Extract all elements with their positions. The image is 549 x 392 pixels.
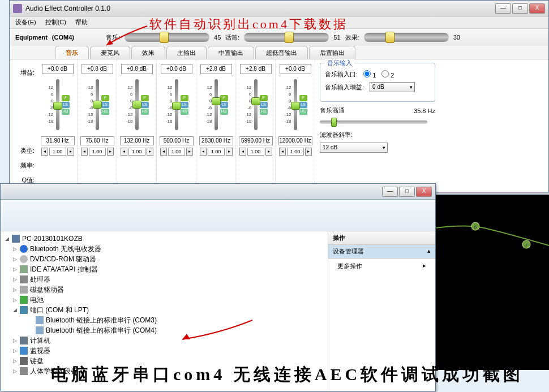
- input-port-radio-2[interactable]: 2: [381, 70, 394, 79]
- mic-level-slider[interactable]: [244, 33, 329, 42]
- actions-section[interactable]: 设备管理器▴: [328, 245, 435, 259]
- highpass-slider[interactable]: [320, 120, 427, 124]
- lowshelf-badge[interactable]: LS: [141, 102, 149, 108]
- menu-help[interactable]: 帮助: [75, 18, 88, 27]
- tab-6[interactable]: 后置输出: [309, 46, 355, 59]
- gain-slider[interactable]: 1260-6-12-18PLSHS: [160, 76, 194, 133]
- slope-select[interactable]: 12 dB: [320, 143, 388, 153]
- dm-titlebar[interactable]: — □ X: [1, 184, 435, 200]
- q-increment[interactable]: ▸: [305, 148, 312, 156]
- gain-slider[interactable]: 1260-6-12-18PLSHS: [80, 76, 114, 133]
- dm-minimize-button[interactable]: —: [382, 187, 398, 197]
- peak-badge[interactable]: P: [181, 95, 188, 101]
- actions-more[interactable]: 更多操作▸: [328, 259, 435, 274]
- tab-5[interactable]: 超低音输出: [255, 46, 308, 59]
- gain-value[interactable]: +0.8 dB: [82, 64, 113, 74]
- gain-slider[interactable]: 1260-6-12-18PLSHS: [278, 76, 312, 133]
- freq-value[interactable]: 132.00 Hz: [120, 136, 154, 145]
- tree-node-4[interactable]: ▷磁盘驱动器: [4, 285, 324, 295]
- peak-badge[interactable]: P: [101, 95, 109, 101]
- q-increment[interactable]: ▸: [67, 148, 74, 156]
- freq-value[interactable]: 75.80 Hz: [80, 136, 114, 145]
- highshelf-badge[interactable]: HS: [220, 109, 228, 115]
- freq-value[interactable]: 5990.00 Hz: [239, 136, 273, 145]
- q-increment[interactable]: ▸: [107, 148, 114, 156]
- minimize-button[interactable]: —: [495, 3, 511, 14]
- peak-badge[interactable]: P: [260, 95, 268, 101]
- highshelf-badge[interactable]: HS: [260, 109, 268, 115]
- lowshelf-badge[interactable]: LS: [299, 102, 307, 108]
- tree-tail-1[interactable]: ▷监视器: [4, 346, 324, 356]
- tab-0[interactable]: 音乐: [55, 46, 89, 59]
- tab-3[interactable]: 主输出: [166, 46, 207, 59]
- gain-slider[interactable]: 1260-6-12-18PLSHS: [41, 76, 75, 133]
- tree-tail-0[interactable]: ▷计算机: [4, 335, 324, 346]
- gain-slider[interactable]: 1260-6-12-18PLSHS: [199, 76, 233, 133]
- gain-value[interactable]: +0.0 dB: [280, 64, 311, 74]
- lowshelf-badge[interactable]: LS: [101, 102, 109, 108]
- lowshelf-badge[interactable]: LS: [260, 102, 268, 108]
- freq-value[interactable]: 31.90 Hz: [41, 136, 75, 145]
- close-button[interactable]: X: [529, 3, 545, 14]
- q-increment[interactable]: ▸: [226, 148, 233, 156]
- q-decrement[interactable]: ◂: [279, 148, 286, 156]
- lowshelf-badge[interactable]: LS: [181, 102, 188, 108]
- highshelf-badge[interactable]: HS: [62, 109, 70, 115]
- q-decrement[interactable]: ◂: [81, 148, 88, 156]
- gain-value[interactable]: +2.8 dB: [200, 64, 232, 74]
- tree-serial-0[interactable]: Bluetooth 链接上的标准串行 (COM3): [4, 315, 324, 325]
- gain-value[interactable]: +0.0 dB: [161, 64, 192, 74]
- q-increment[interactable]: ▸: [147, 148, 153, 156]
- lowshelf-badge[interactable]: LS: [62, 102, 70, 108]
- q-value[interactable]: 1.00: [89, 148, 106, 156]
- q-value[interactable]: 1.00: [247, 148, 264, 156]
- freq-value[interactable]: 2830.00 Hz: [199, 136, 233, 145]
- music-level-slider[interactable]: [125, 33, 209, 42]
- gain-slider[interactable]: 1260-6-12-18PLSHS: [120, 76, 154, 133]
- tree-node-5[interactable]: ▷电池: [4, 295, 324, 305]
- q-increment[interactable]: ▸: [265, 148, 272, 156]
- input-gain-select[interactable]: 0 dB: [370, 82, 415, 92]
- q-decrement[interactable]: ◂: [160, 148, 167, 156]
- freq-value[interactable]: 12000.00 Hz: [278, 136, 312, 145]
- tree-node-1[interactable]: ▷DVD/CD-ROM 驱动器: [4, 254, 324, 264]
- gain-value[interactable]: +0.0 dB: [42, 64, 74, 74]
- highshelf-badge[interactable]: HS: [299, 109, 307, 115]
- peak-badge[interactable]: P: [299, 95, 307, 101]
- dm-close-button[interactable]: X: [416, 187, 432, 197]
- highshelf-badge[interactable]: HS: [141, 109, 149, 115]
- q-decrement[interactable]: ◂: [200, 148, 207, 156]
- peak-badge[interactable]: P: [141, 95, 149, 101]
- tree-node-0[interactable]: ▷Bluetooth 无线电收发器: [4, 244, 324, 254]
- dm-maximize-button[interactable]: □: [399, 187, 415, 197]
- q-value[interactable]: 1.00: [287, 148, 304, 156]
- tree-node-2[interactable]: ▷IDE ATA/ATAPI 控制器: [4, 264, 324, 274]
- tab-2[interactable]: 效果: [131, 46, 165, 59]
- highshelf-badge[interactable]: HS: [181, 109, 188, 115]
- peak-badge[interactable]: P: [220, 95, 228, 101]
- q-decrement[interactable]: ◂: [121, 148, 127, 156]
- tree-serial-1[interactable]: Bluetooth 链接上的标准串行 (COM4): [4, 325, 324, 335]
- tree-node-3[interactable]: ▷处理器: [4, 274, 324, 285]
- q-value[interactable]: 1.00: [49, 148, 66, 156]
- q-value[interactable]: 1.00: [128, 148, 145, 156]
- lowshelf-badge[interactable]: LS: [220, 102, 228, 108]
- maximize-button[interactable]: □: [512, 3, 528, 14]
- tree-ports[interactable]: ◢端口 (COM 和 LPT): [4, 305, 324, 315]
- gain-value[interactable]: +2.8 dB: [240, 64, 272, 74]
- tab-1[interactable]: 麦克风: [90, 46, 130, 59]
- freq-value[interactable]: 500.00 Hz: [160, 136, 194, 145]
- menu-control[interactable]: 控制(C): [45, 18, 66, 27]
- q-decrement[interactable]: ◂: [239, 148, 246, 156]
- tree-root[interactable]: ◢PC-20130101KOZB: [4, 234, 324, 244]
- q-decrement[interactable]: ◂: [41, 148, 48, 156]
- titlebar[interactable]: Audio Effect Controller 0.1.0 — □ X: [10, 1, 548, 16]
- highshelf-badge[interactable]: HS: [101, 109, 109, 115]
- input-port-radio-1[interactable]: 1: [363, 70, 376, 79]
- menu-device[interactable]: 设备(E): [15, 18, 36, 27]
- q-value[interactable]: 1.00: [168, 148, 185, 156]
- q-value[interactable]: 1.00: [208, 148, 225, 156]
- effect-level-slider[interactable]: [364, 33, 449, 42]
- gain-slider[interactable]: 1260-6-12-18PLSHS: [239, 76, 273, 133]
- q-increment[interactable]: ▸: [186, 148, 193, 156]
